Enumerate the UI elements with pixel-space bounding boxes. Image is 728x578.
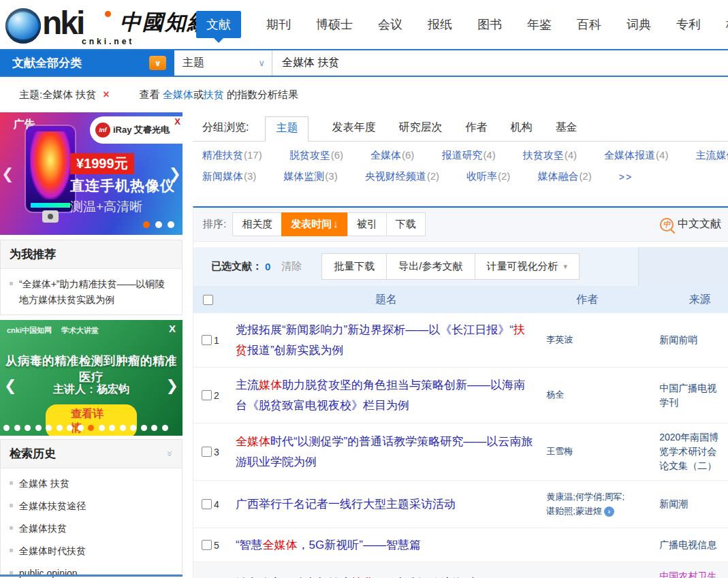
carousel-dot-10[interactable] xyxy=(99,425,105,431)
search-field-select[interactable]: 主题 ∨ xyxy=(174,50,272,76)
group-tab-6[interactable]: 基金 xyxy=(555,116,577,141)
column-header-source[interactable]: 来源 xyxy=(633,293,728,307)
carousel-dot-2[interactable] xyxy=(155,221,162,228)
search-input[interactable] xyxy=(272,50,728,76)
filter-tag[interactable]: 央视财经频道(2) xyxy=(365,170,439,183)
column-header-title[interactable]: 题名 xyxy=(232,293,541,307)
history-item[interactable]: 全媒体时代扶贫 xyxy=(10,540,173,562)
filter-tag[interactable]: 全媒体报道(4) xyxy=(604,149,668,162)
carousel-dot-2[interactable] xyxy=(14,425,20,431)
carousel-dot-3[interactable] xyxy=(25,425,31,431)
close-icon[interactable]: X xyxy=(174,116,180,127)
filter-tag[interactable]: 新闻媒体(3) xyxy=(202,170,256,183)
ad-banner-lecture[interactable]: cnki中国知网 学术大讲堂 X 从病毒的精准检测到肿瘤的精准医疗 主讲人：杨宏… xyxy=(0,320,183,436)
clear-selection-button[interactable]: 清除 xyxy=(281,260,302,273)
category-expand-button[interactable]: ∨ xyxy=(149,56,166,70)
filter-tag[interactable]: 脱贫攻坚(6) xyxy=(289,149,343,162)
carousel-dot-15[interactable] xyxy=(151,425,157,431)
collapse-icon[interactable]: » xyxy=(164,451,176,456)
result-title-link[interactable]: 全媒体时代“以测促学”的普通话教学策略研究——以云南旅游职业学院为例 xyxy=(232,428,541,475)
result-source-link[interactable]: 新闻前哨 xyxy=(633,330,728,350)
history-item[interactable]: 全媒体扶贫 xyxy=(10,517,173,540)
history-item[interactable]: 全媒体 扶贫 xyxy=(10,472,173,495)
nav-item-5[interactable]: 报纸 xyxy=(428,16,452,33)
result-title-link[interactable]: 城市公立医院参与健康扶贫工作机制的创新探索 xyxy=(232,569,541,578)
group-tab-4[interactable]: 作者 xyxy=(465,116,487,141)
toolbar-button-1[interactable]: 批量下载 xyxy=(321,253,387,280)
carousel-dot-9[interactable] xyxy=(88,425,94,431)
result-authors[interactable] xyxy=(541,543,633,548)
result-source-link[interactable]: 中国农村卫生事 xyxy=(633,566,728,578)
result-source-link[interactable]: 广播电视信息 xyxy=(633,535,728,555)
nav-item-9[interactable]: 词典 xyxy=(627,16,651,33)
carousel-dot-14[interactable] xyxy=(141,425,147,431)
carousel-dot-13[interactable] xyxy=(130,425,136,431)
carousel-dot-7[interactable] xyxy=(67,425,73,431)
more-filters-button[interactable]: >> xyxy=(619,172,633,182)
filter-tag[interactable]: 全媒体(6) xyxy=(370,149,414,162)
result-authors[interactable]: 黄康温;何学俏;周军;谌贻照;蒙进煌› xyxy=(541,487,633,520)
index-analysis-link-2[interactable]: 扶贫 xyxy=(204,89,224,100)
select-all-checkbox[interactable] xyxy=(203,295,213,305)
carousel-next-icon[interactable]: ❯ xyxy=(169,165,181,183)
nav-item-4[interactable]: 会议 xyxy=(378,16,402,33)
result-source-link[interactable]: 2020年南国博览学术研讨会论文集（二） xyxy=(633,428,728,476)
history-item[interactable]: 全媒体扶贫途径 xyxy=(10,495,173,517)
filter-tag[interactable]: 精准扶贫(17) xyxy=(202,149,262,162)
sort-option-1[interactable]: 相关度 xyxy=(232,212,282,236)
nav-item-10[interactable]: 专利 xyxy=(676,16,701,33)
carousel-dot-8[interactable] xyxy=(78,425,84,431)
group-tab-5[interactable]: 机构 xyxy=(510,116,532,141)
nav-item-2[interactable]: 期刊 xyxy=(266,16,291,33)
column-header-author[interactable]: 作者 xyxy=(541,293,633,307)
result-title-link[interactable]: 广西举行千名记者一线行大型主题采访活动 xyxy=(232,490,541,518)
result-source-link[interactable]: 中国广播电视学刊 xyxy=(633,379,728,413)
filter-tag[interactable]: 主流媒体(4) xyxy=(695,149,728,162)
remove-filter-icon[interactable]: × xyxy=(103,89,109,101)
ad-banner-thermal-camera[interactable]: 广告 Inf iRay 艾睿光电 X ¥1999元 直连手机热像仪 测温+高清晰… xyxy=(0,112,183,235)
row-checkbox[interactable] xyxy=(202,335,212,345)
result-title-link[interactable]: “智慧全媒体，5G新视听”——智慧篇 xyxy=(232,531,541,559)
view-details-button[interactable]: 查看详情 xyxy=(46,404,137,436)
row-checkbox[interactable] xyxy=(202,447,212,457)
filter-tag[interactable]: 收听率(2) xyxy=(466,170,510,183)
nav-item-8[interactable]: 百科 xyxy=(577,16,601,33)
language-filter[interactable]: 中 中文文献 xyxy=(660,217,723,231)
carousel-dot-6[interactable] xyxy=(57,425,63,431)
toolbar-button-2[interactable]: 导出/参考文献 xyxy=(386,253,475,280)
index-analysis-link-1[interactable]: 全媒体 xyxy=(163,89,193,100)
carousel-prev-icon[interactable]: ❮ xyxy=(1,165,14,183)
category-selector[interactable]: 文献全部分类 ∨ xyxy=(0,50,174,76)
carousel-prev-icon[interactable]: ❮ xyxy=(4,377,16,395)
nav-item-7[interactable]: 年鉴 xyxy=(527,16,552,33)
nav-item-1[interactable]: 文献 xyxy=(196,11,241,38)
carousel-dot-1[interactable] xyxy=(3,425,10,431)
carousel-dot-11[interactable] xyxy=(109,425,115,431)
row-checkbox[interactable] xyxy=(202,540,212,550)
carousel-dot-3[interactable] xyxy=(168,221,174,228)
expand-authors-icon[interactable]: › xyxy=(604,507,614,517)
row-checkbox[interactable] xyxy=(202,499,212,509)
nav-item-6[interactable]: 图书 xyxy=(477,16,502,33)
group-tab-1[interactable]: 主题 xyxy=(265,116,308,142)
result-title-link[interactable]: 主流媒体助力脱贫攻坚的角色担当与策略创新——以海南台《脱贫致富电视夜校》栏目为例 xyxy=(232,371,541,419)
close-icon[interactable]: X xyxy=(169,323,176,334)
result-authors[interactable]: 杨全 xyxy=(541,385,633,404)
group-tab-3[interactable]: 研究层次 xyxy=(398,116,442,141)
carousel-dot-1[interactable] xyxy=(143,221,150,228)
carousel-next-icon[interactable]: ❯ xyxy=(166,377,178,395)
filter-tag[interactable]: 媒体融合(2) xyxy=(537,170,591,183)
carousel-dot-12[interactable] xyxy=(120,425,126,431)
toolbar-button-3[interactable]: 计量可视化分析▾ xyxy=(475,253,580,280)
sort-option-2[interactable]: 发表时间↓ xyxy=(281,212,348,236)
filter-tag[interactable]: 媒体监测(3) xyxy=(283,170,337,183)
sort-option-3[interactable]: 被引 xyxy=(347,212,387,236)
recommend-item[interactable]: “全媒体+”助力精准扶贫——以铜陵地方媒体扶贫实践为例 xyxy=(10,273,173,311)
carousel-dot-4[interactable] xyxy=(35,425,42,431)
row-checkbox[interactable] xyxy=(202,390,212,400)
result-source-link[interactable]: 新闻潮 xyxy=(633,494,728,514)
sort-option-4[interactable]: 下载 xyxy=(386,212,426,236)
nav-item-3[interactable]: 博硕士 xyxy=(316,16,353,33)
result-authors[interactable]: 王雪梅 xyxy=(541,442,633,461)
result-authors[interactable]: 李英波 xyxy=(541,330,633,349)
